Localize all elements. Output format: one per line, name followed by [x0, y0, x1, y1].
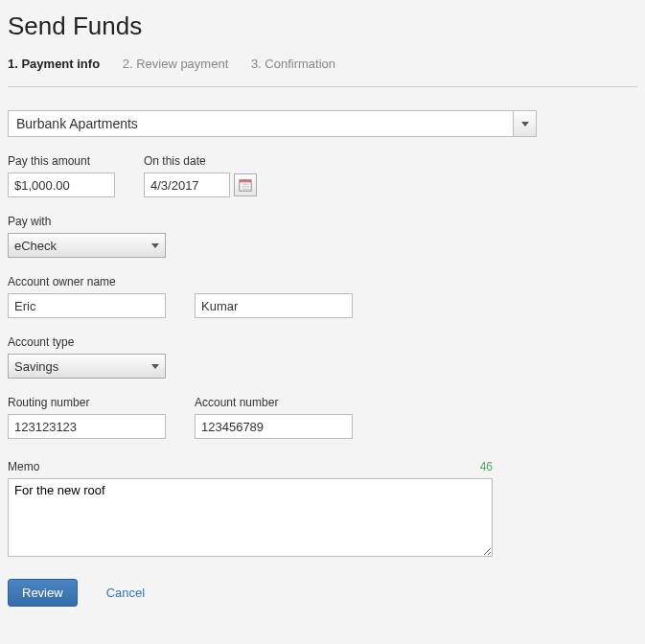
date-input[interactable] [144, 172, 230, 197]
amount-label: Pay this amount [8, 154, 115, 168]
divider [8, 86, 637, 87]
memo-char-remaining: 46 [480, 460, 493, 473]
paywith-value: eCheck [14, 239, 151, 253]
date-label: On this date [144, 154, 257, 168]
wizard-steps: 1. Payment info 2. Review payment 3. Con… [8, 57, 637, 71]
recipient-select[interactable]: Burbank Apartments [8, 110, 537, 137]
accounttype-value: Savings [14, 359, 151, 374]
chevron-down-icon [151, 364, 159, 369]
step-payment-info: 1. Payment info [8, 57, 100, 71]
owner-first-input[interactable] [8, 293, 166, 318]
memo-textarea[interactable] [8, 478, 493, 557]
recipient-value: Burbank Apartments [9, 116, 513, 131]
recipient-dropdown-button[interactable] [513, 111, 536, 136]
date-picker-button[interactable] [234, 173, 257, 196]
paywith-label: Pay with [8, 215, 166, 228]
accounttype-label: Account type [8, 335, 166, 349]
chevron-down-icon [521, 122, 529, 126]
routing-input[interactable] [8, 414, 166, 439]
routing-label: Routing number [8, 396, 166, 409]
amount-input[interactable] [8, 172, 115, 197]
step-review-payment: 2. Review payment [123, 57, 229, 71]
account-label: Account number [195, 396, 353, 409]
memo-label: Memo [8, 460, 493, 473]
svg-rect-1 [240, 180, 251, 183]
owner-last-input[interactable] [195, 293, 353, 318]
accounttype-select[interactable]: Savings [8, 354, 166, 379]
step-confirmation: 3. Confirmation [251, 57, 335, 71]
paywith-select[interactable]: eCheck [8, 233, 166, 258]
cancel-link[interactable]: Cancel [106, 586, 145, 600]
page-title: Send Funds [8, 12, 637, 41]
owner-label: Account owner name [8, 275, 637, 288]
chevron-down-icon [151, 243, 159, 248]
account-input[interactable] [195, 414, 353, 439]
review-button[interactable]: Review [8, 579, 78, 607]
calendar-icon [239, 178, 252, 192]
